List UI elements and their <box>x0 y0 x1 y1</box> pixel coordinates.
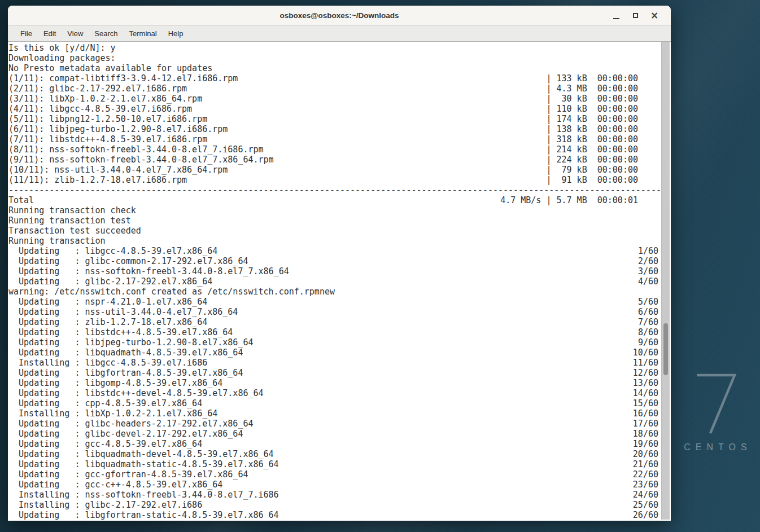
terminal-line-right-text: 18/60 <box>633 429 658 439</box>
terminal-line-text: Updating : nss-util-3.44.0-4.el7_7.x86_6… <box>8 307 238 317</box>
terminal-line-right-text: 24/60 <box>633 490 658 500</box>
terminal-line-text: Updating : zlib-1.2.7-18.el7.x86_64 <box>8 317 207 327</box>
terminal-line-text: Transaction test succeeded <box>8 226 141 236</box>
terminal-line-text: Installing : libgcc-4.8.5-39.el7.i686 <box>8 358 207 368</box>
terminal-line: (10/11): nss-util-3.44.0-4.el7_7.x86_64.… <box>8 165 671 175</box>
terminal-line-text: Updating : cpp-4.8.5-39.el7.x86_64 <box>8 398 202 408</box>
terminal-line-right-text: 20/60 <box>633 449 658 459</box>
minimize-button[interactable] <box>606 6 626 25</box>
terminal-line-right-text: | 133 kB 00:00:00 <box>546 73 638 83</box>
terminal-line: Updating : zlib-1.2.7-18.el7.x86_647/60 <box>8 317 671 327</box>
terminal-line: Installing : nss-softokn-freebl-3.44.0-8… <box>8 490 671 500</box>
terminal-line: Installing : libXp-1.0.2-2.1.el7.x86_641… <box>8 408 671 419</box>
terminal-line: (3/11): libXp-1.0.2-2.1.el7.x86_64.rpm| … <box>8 94 671 104</box>
terminal-line-right-text: 26/60 <box>633 510 658 520</box>
terminal-line-text: Updating : libgfortran-static-4.8.5-39.e… <box>8 510 279 520</box>
menu-item-file[interactable]: File <box>15 27 38 40</box>
terminal-line: (8/11): nss-softokn-freebl-3.44.0-8.el7_… <box>8 144 671 155</box>
terminal-line-text: Updating : gcc-c++-4.8.5-39.el7.x86_64 <box>8 480 222 490</box>
terminal-line-right-text: 6/60 <box>638 307 658 317</box>
terminal-line-text: (5/11): libpng12-1.2.50-10.el7.i686.rpm <box>8 114 207 124</box>
terminal-line-right-text: | 4.3 MB 00:00:00 <box>546 83 638 94</box>
terminal-line-text: Updating : libgcc-4.8.5-39.el7.x86_64 <box>8 246 217 256</box>
terminal-line-right-text: | 224 kB 00:00:00 <box>546 155 638 165</box>
terminal-line: Updating : cpp-4.8.5-39.el7.x86_6415/60 <box>8 398 671 408</box>
terminal-line: (11/11): zlib-1.2.7-18.el7.i686.rpm| 91 … <box>8 175 671 185</box>
terminal-line-text: (9/11): nss-softokn-freebl-3.44.0-8.el7_… <box>8 155 274 165</box>
terminal-line-text: Updating : libquadmath-devel-4.8.5-39.el… <box>8 449 274 459</box>
terminal-line: (6/11): libjpeg-turbo-1.2.90-8.el7.i686.… <box>8 124 671 134</box>
terminal-line-right-text: 9/60 <box>638 337 658 348</box>
terminal-line-text: Installing : nss-softokn-freebl-3.44.0-8… <box>8 490 279 500</box>
terminal-line-right-text: 21/60 <box>633 459 658 469</box>
window-titlebar[interactable]: osboxes@osboxes:~/Downloads × <box>8 6 671 26</box>
menu-item-view[interactable]: View <box>62 27 89 40</box>
terminal-line-right-text: 11/60 <box>633 358 658 368</box>
terminal-line-text: (8/11): nss-softokn-freebl-3.44.0-8.el7_… <box>8 144 264 155</box>
terminal-line: Updating : libquadmath-4.8.5-39.el7.x86_… <box>8 348 671 358</box>
terminal-line-text: Updating : libquadmath-static-4.8.5-39.e… <box>8 459 279 469</box>
terminal-line-right-text: 22/60 <box>633 469 658 480</box>
terminal-line: Updating : glibc-common-2.17-292.el7.x86… <box>8 256 671 266</box>
menu-item-search[interactable]: Search <box>89 27 123 40</box>
terminal-line: Is this ok [y/d/N]: y <box>8 43 671 53</box>
terminal-line-right-text: 1/60 <box>638 246 658 256</box>
desktop: { "window": { "title": "osboxes@osboxes:… <box>0 0 760 532</box>
terminal-line-text: Installing : glibc-2.17-292.el7.i686 <box>8 500 202 510</box>
menu-item-terminal[interactable]: Terminal <box>124 27 163 40</box>
terminal-line-right-text: | 79 kB 00:00:00 <box>546 165 638 175</box>
terminal-line: Updating : glibc-2.17-292.el7.x86_644/60 <box>8 276 671 287</box>
terminal-line: Updating : libgcc-4.8.5-39.el7.x86_641/6… <box>8 246 671 256</box>
terminal-line: Running transaction <box>8 236 671 246</box>
terminal-line: Updating : nss-util-3.44.0-4.el7_7.x86_6… <box>8 307 671 317</box>
menu-item-help[interactable]: Help <box>163 27 189 40</box>
terminal-line-right-text: | 110 kB 00:00:00 <box>546 104 638 114</box>
terminal-line-text: No Presto metadata available for updates <box>8 63 212 73</box>
terminal-line: Updating : gcc-gfortran-4.8.5-39.el7.x86… <box>8 469 671 480</box>
terminal-line-right-text: 10/60 <box>633 348 658 358</box>
terminal-line-text: Running transaction <box>8 236 106 246</box>
terminal-line-right-text: | 214 kB 00:00:00 <box>546 144 638 155</box>
window-title: osboxes@osboxes:~/Downloads <box>280 11 399 20</box>
terminal-line-right-text: 12/60 <box>633 368 658 378</box>
terminal-line-text: (10/11): nss-util-3.44.0-4.el7_7.x86_64.… <box>8 165 228 175</box>
close-button[interactable]: × <box>645 6 664 25</box>
terminal-line-right-text: | 30 kB 00:00:00 <box>546 94 638 104</box>
menu-item-edit[interactable]: Edit <box>38 27 62 40</box>
terminal-line: Installing : glibc-2.17-292.el7.i68625/6… <box>8 500 671 510</box>
terminal-line: Running transaction check <box>8 205 671 216</box>
scrollbar-track[interactable] <box>661 42 670 520</box>
terminal-line-text: Updating : glibc-2.17-292.el7.x86_64 <box>8 276 212 287</box>
scrollbar-thumb[interactable] <box>663 323 668 375</box>
terminal-line-text: (6/11): libjpeg-turbo-1.2.90-8.el7.i686.… <box>8 124 228 134</box>
terminal-line-text: Updating : gcc-gfortran-4.8.5-39.el7.x86… <box>8 469 248 480</box>
terminal-line-text: (7/11): libstdc++-4.8.5-39.el7.i686.rpm <box>8 134 207 144</box>
terminal-line-right-text: 2/60 <box>638 256 658 266</box>
terminal-line: (4/11): libgcc-4.8.5-39.el7.i686.rpm| 11… <box>8 104 671 114</box>
terminal-line-text: Updating : libgomp-4.8.5-39.el7.x86_64 <box>8 378 222 388</box>
terminal-line-right-text: | 174 kB 00:00:00 <box>546 114 638 124</box>
terminal-line-right-text: 16/60 <box>633 408 658 419</box>
terminal-line-right-text: 5/60 <box>638 297 658 307</box>
terminal-line: Updating : glibc-headers-2.17-292.el7.x8… <box>8 419 671 429</box>
terminal-line: Total4.7 MB/s | 5.7 MB 00:00:01 <box>8 195 671 205</box>
terminal-viewport[interactable]: Is this ok [y/d/N]: yDownloading package… <box>8 42 671 520</box>
terminal-line: Updating : libquadmath-devel-4.8.5-39.el… <box>8 449 671 459</box>
terminal-line-text: (2/11): glibc-2.17-292.el7.i686.rpm <box>8 83 187 94</box>
menu-bar: FileEditViewSearchTerminalHelp <box>8 26 671 42</box>
terminal-line-text: Running transaction check <box>8 205 136 216</box>
terminal-line-right-text: 3/60 <box>638 266 658 276</box>
terminal-line: Updating : glibc-devel-2.17-292.el7.x86_… <box>8 429 671 439</box>
terminal-line-text: Updating : glibc-common-2.17-292.el7.x86… <box>8 256 248 266</box>
terminal-line-text: Updating : glibc-devel-2.17-292.el7.x86_… <box>8 429 243 439</box>
centos-watermark: CENTOS <box>671 372 760 452</box>
maximize-button[interactable] <box>626 6 645 25</box>
terminal-line-right-text: 13/60 <box>633 378 658 388</box>
terminal-line-right-text: 15/60 <box>633 398 658 408</box>
terminal-line: (7/11): libstdc++-4.8.5-39.el7.i686.rpm|… <box>8 134 671 144</box>
terminal-line: Updating : libgomp-4.8.5-39.el7.x86_6413… <box>8 378 671 388</box>
terminal-line-text: Updating : libjpeg-turbo-1.2.90-8.el7.x8… <box>8 337 253 348</box>
terminal-line-text: warning: /etc/nsswitch.conf created as /… <box>8 287 335 297</box>
terminal-line: (5/11): libpng12-1.2.50-10.el7.i686.rpm|… <box>8 114 671 124</box>
close-icon: × <box>650 11 658 20</box>
